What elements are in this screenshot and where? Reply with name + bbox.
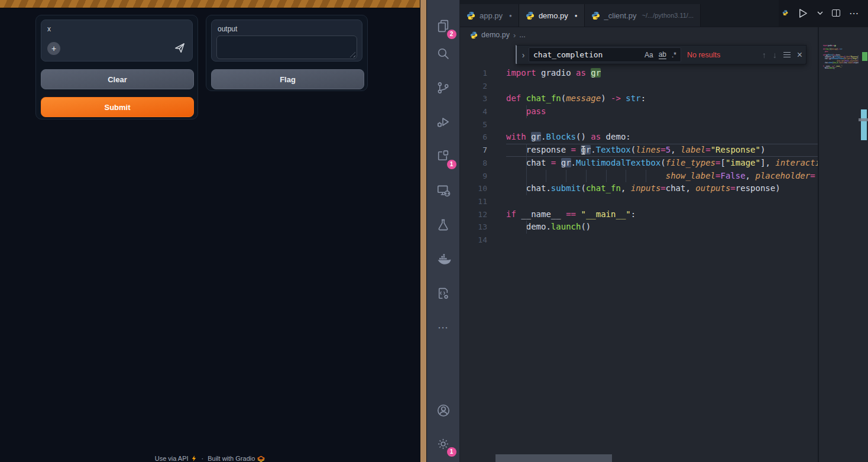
built-with-gradio-link[interactable]: Built with Gradio [208, 455, 265, 462]
line-number: 14 [460, 234, 487, 247]
indent-guide [526, 144, 527, 157]
python-icon [526, 11, 535, 20]
find-widget: › chat_completion Aa ab .* No results ↑ … [516, 45, 807, 64]
activity-search[interactable] [430, 40, 456, 66]
multimodal-input-block[interactable]: x + [41, 20, 193, 62]
code-line[interactable]: 7 response = gr.Textbox(lines=5, label="… [460, 144, 819, 157]
activity-bar: 2 [427, 0, 460, 462]
minimap[interactable]: import gradio as grdef chat_fn(message) … [822, 43, 859, 462]
find-nav: ↑ ↓ × [762, 50, 802, 60]
close-find-icon[interactable]: × [797, 50, 802, 60]
minimap-border [818, 27, 819, 462]
line-number: 4 [460, 105, 487, 118]
previous-match-button[interactable]: ↑ [762, 50, 766, 60]
attach-file-button[interactable]: + [47, 42, 60, 55]
line-number: 3 [460, 92, 487, 105]
code-line[interactable]: 11 [460, 195, 819, 208]
line-number: 9 [460, 170, 487, 183]
run-python-file-button[interactable] [797, 8, 808, 19]
activity-explorer[interactable]: 2 [430, 13, 456, 39]
indent-guide [586, 170, 587, 183]
activity-more[interactable]: ⋯ [430, 315, 456, 341]
split-editor-button[interactable] [832, 9, 840, 17]
flag-button[interactable]: Flag [211, 69, 364, 89]
code-editor[interactable]: 1import gradio as gr23def chat_fn(messag… [460, 43, 819, 454]
match-case-toggle[interactable]: Aa [644, 51, 653, 59]
dirty-dot-icon[interactable]: ● [575, 13, 578, 18]
tab-demo-py[interactable]: demo.py ● [519, 4, 585, 27]
clear-button[interactable]: Clear [41, 69, 194, 89]
submit-button[interactable]: Submit [41, 97, 194, 117]
python-icon [591, 11, 600, 20]
run-dropdown-button[interactable] [817, 11, 823, 15]
breadcrumb[interactable]: demo.py › ... [460, 27, 868, 43]
code-line[interactable]: 10 chat.submit(chat_fn, inputs=chat, out… [460, 182, 819, 195]
activity-remote-explorer[interactable] [430, 177, 456, 203]
next-match-button[interactable]: ↓ [773, 50, 777, 60]
find-input[interactable]: chat_completion Aa ab .* [529, 47, 681, 62]
breadcrumb-file[interactable]: demo.py [481, 31, 510, 39]
find-in-selection-button[interactable] [783, 52, 791, 58]
indent-guide [626, 170, 626, 183]
regex-toggle[interactable]: .* [672, 51, 676, 59]
activity-docker[interactable] [430, 246, 456, 272]
code-line[interactable]: 5 [460, 118, 819, 131]
screen: x + Clear Submit output Flag [0, 0, 868, 462]
activity-task-file[interactable] [430, 280, 456, 306]
indent-guide [546, 170, 546, 183]
output-textarea[interactable] [216, 35, 357, 59]
indent-guide [526, 157, 527, 170]
code-line [822, 69, 859, 71]
code-line[interactable]: 3def chat_fn(message) -> str: [460, 92, 819, 105]
editor-more-actions-button[interactable]: ⋯ [849, 8, 859, 19]
extensions-badge: 1 [447, 160, 456, 169]
code-line[interactable]: 14 [460, 234, 819, 247]
line-number: 12 [460, 208, 487, 221]
code-line[interactable]: 2 [460, 80, 819, 93]
git-branch-icon [436, 80, 451, 95]
code-line[interactable]: 1import gradio as gr [460, 67, 819, 80]
indent-guide [606, 170, 607, 183]
code-line[interactable]: 6with gr.Blocks() as demo: [460, 131, 819, 144]
activity-source-control[interactable] [430, 75, 456, 101]
code-line[interactable]: 8 chat = gr.MultimodalTextbox(file_types… [460, 157, 819, 170]
play-icon [797, 8, 808, 19]
code-line[interactable]: 12if __name__ == "__main__": [460, 208, 819, 221]
tab-app-py[interactable]: app.py ● [460, 4, 519, 27]
output-column: output Flag [206, 15, 368, 91]
debug-icon [436, 114, 451, 130]
horizontal-scrollbar[interactable] [495, 454, 612, 462]
tab-bar: app.py ● demo.py ● _client.py ~/.../pyth… [460, 0, 868, 27]
gradio-logo-icon [257, 455, 265, 462]
input-column: x + Clear Submit [35, 15, 198, 119]
search-icon [436, 46, 451, 61]
settings-badge: 1 [447, 447, 456, 457]
clipped-tab-python-icon[interactable] [782, 8, 788, 18]
code-line[interactable]: 9 show_label=False, placeholder= [460, 170, 819, 183]
explorer-badge: 2 [447, 30, 456, 39]
activity-account[interactable] [430, 398, 456, 424]
input-label: x [47, 25, 51, 33]
window-divider[interactable] [420, 0, 427, 462]
indent-guide [566, 170, 566, 183]
toggle-replace-icon[interactable]: › [518, 50, 529, 60]
use-via-api-link[interactable]: Use via API [155, 455, 197, 462]
tab-client-py[interactable]: _client.py ~/.../python3.11/... [585, 4, 701, 27]
resize-handle-icon[interactable] [350, 52, 355, 57]
output-label: output [218, 25, 237, 33]
breadcrumb-more[interactable]: ... [519, 31, 525, 39]
activity-testing[interactable] [430, 212, 456, 238]
whole-word-toggle[interactable]: ab [659, 50, 666, 59]
activity-extensions[interactable]: 1 [430, 143, 456, 169]
vscode-window: 2 [427, 0, 868, 462]
split-editor-icon [832, 9, 840, 17]
activity-run-debug[interactable] [430, 109, 456, 135]
find-query-text[interactable]: chat_completion [533, 50, 639, 59]
code-line[interactable]: 4 pass [460, 105, 819, 118]
activity-settings[interactable]: 1 [430, 431, 456, 457]
dirty-dot-icon[interactable]: ● [509, 13, 512, 18]
send-button[interactable] [172, 41, 187, 56]
python-icon [467, 11, 475, 20]
indent-guide [526, 105, 527, 118]
code-line[interactable]: 13 demo.launch() [460, 221, 819, 234]
